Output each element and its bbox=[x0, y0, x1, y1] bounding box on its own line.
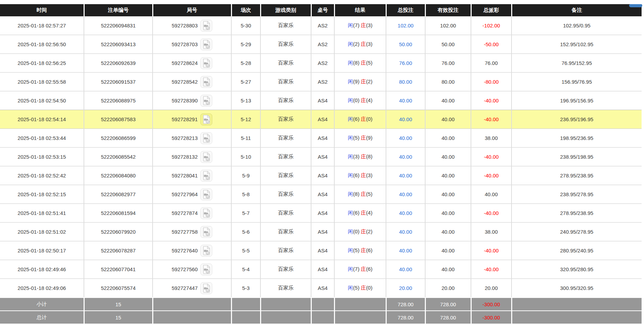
player-result-score: (6) bbox=[353, 172, 359, 178]
cell-round-no: 592727447 bbox=[153, 279, 231, 298]
cell-total-bet[interactable]: 40.00 bbox=[386, 185, 425, 204]
cell-session: 5-10 bbox=[231, 148, 260, 166]
cell-total-bet[interactable]: 40.00 bbox=[386, 223, 425, 241]
player-result-score: (2) bbox=[353, 41, 359, 47]
cell-round-no: 592727874 bbox=[153, 204, 231, 223]
total-row: 总计 15 728.00 728.00 -300.00 bbox=[0, 311, 642, 324]
cell-session: 5-4 bbox=[231, 260, 260, 279]
cell-total-bet[interactable]: 40.00 bbox=[386, 110, 425, 129]
cell-time: 2025-01-18 02:57:27 bbox=[0, 16, 84, 35]
cell-total-bet[interactable]: 40.00 bbox=[386, 148, 425, 166]
video-replay-icon bbox=[202, 265, 211, 274]
subtotal-label: 小计 bbox=[0, 298, 84, 311]
player-result-label: 闲 bbox=[348, 60, 353, 66]
video-replay-button[interactable] bbox=[200, 282, 212, 294]
cell-table-no: AS2 bbox=[311, 16, 334, 35]
cell-payout: -102.00 bbox=[471, 16, 512, 35]
cell-time: 2025-01-18 02:56:25 bbox=[0, 54, 84, 73]
cell-total-bet[interactable]: 40.00 bbox=[386, 204, 425, 223]
cell-time: 2025-01-18 02:49:06 bbox=[0, 279, 84, 298]
banker-result-label: 庄 bbox=[361, 60, 366, 66]
video-replay-button[interactable] bbox=[200, 76, 212, 88]
cell-total-bet[interactable]: 20.00 bbox=[386, 279, 425, 298]
video-replay-button[interactable] bbox=[200, 245, 212, 257]
cell-time: 2025-01-18 02:53:44 bbox=[0, 129, 84, 148]
player-result-score: (3) bbox=[353, 153, 359, 159]
cell-result: 闲(7) 庄(3) bbox=[334, 16, 386, 35]
cell-payout: 76.00 bbox=[471, 54, 512, 73]
cell-game-type: 百家乐 bbox=[260, 185, 311, 204]
cell-result: 闲(3) 庄(8) bbox=[334, 148, 386, 166]
video-replay-button[interactable] bbox=[200, 20, 212, 32]
player-result-score: (0) bbox=[353, 228, 359, 234]
table-row: 2025-01-18 02:56:25522206092639592728624… bbox=[0, 54, 642, 73]
video-replay-icon bbox=[202, 40, 211, 49]
video-replay-button[interactable] bbox=[200, 170, 212, 182]
cell-bet-no: 522206086599 bbox=[84, 129, 153, 148]
banker-result-score: (6) bbox=[366, 247, 372, 253]
player-result-label: 闲 bbox=[348, 172, 353, 178]
banker-result-score: (5) bbox=[366, 60, 372, 66]
video-replay-button[interactable] bbox=[200, 189, 212, 200]
video-replay-icon bbox=[202, 77, 211, 86]
video-replay-button[interactable] bbox=[200, 39, 212, 50]
video-replay-button[interactable] bbox=[200, 132, 212, 144]
video-replay-button[interactable] bbox=[200, 207, 212, 219]
cell-result: 闲(8) 庄(5) bbox=[334, 185, 386, 204]
cell-round-no: 592728291 bbox=[153, 110, 231, 129]
cell-payout: -40.00 bbox=[471, 110, 512, 129]
table-row: 2025-01-18 02:52:15522206082977592727964… bbox=[0, 185, 642, 204]
cell-session: 5-9 bbox=[231, 166, 260, 185]
cell-game-type: 百家乐 bbox=[260, 54, 311, 73]
banker-result-label: 庄 bbox=[361, 153, 366, 159]
video-replay-button[interactable] bbox=[200, 264, 212, 275]
cell-total-bet[interactable]: 40.00 bbox=[386, 166, 425, 185]
round-number: 592728213 bbox=[172, 135, 198, 141]
top-right-button-clipped[interactable] bbox=[629, 4, 642, 7]
cell-total-bet[interactable]: 50.00 bbox=[386, 35, 425, 54]
round-number: 592728803 bbox=[172, 23, 198, 28]
banker-result-label: 庄 bbox=[361, 41, 366, 47]
cell-remark: 278.95/238.95 bbox=[512, 204, 642, 223]
banker-result-score: (3) bbox=[366, 172, 372, 178]
cell-table-no: AS2 bbox=[311, 35, 334, 54]
cell-total-bet[interactable]: 102.00 bbox=[386, 16, 425, 35]
cell-total-bet[interactable]: 80.00 bbox=[386, 73, 425, 91]
video-replay-button[interactable] bbox=[200, 57, 212, 69]
cell-total-bet[interactable]: 40.00 bbox=[386, 260, 425, 279]
cell-bet-no: 522206087583 bbox=[84, 110, 153, 129]
cell-session: 5-29 bbox=[231, 35, 260, 54]
cell-total-bet[interactable]: 40.00 bbox=[386, 241, 425, 260]
player-result-label: 闲 bbox=[348, 78, 353, 84]
subtotal-total-bet: 728.00 bbox=[386, 298, 425, 311]
cell-round-no: 592727560 bbox=[153, 260, 231, 279]
subtotal-valid-bet: 728.00 bbox=[425, 298, 471, 311]
banker-result-score: (3) bbox=[366, 22, 372, 28]
video-replay-button[interactable] bbox=[200, 151, 212, 163]
video-replay-button[interactable] bbox=[200, 226, 212, 238]
video-replay-icon bbox=[202, 152, 211, 161]
col-header-total-bet: 总投注 bbox=[386, 4, 425, 16]
cell-session: 5-8 bbox=[231, 185, 260, 204]
cell-total-bet[interactable]: 40.00 bbox=[386, 91, 425, 110]
cell-valid-bet: 102.00 bbox=[425, 16, 471, 35]
cell-result: 闲(9) 庄(2) bbox=[334, 73, 386, 91]
round-number: 592728703 bbox=[172, 41, 198, 47]
video-replay-button[interactable] bbox=[200, 114, 212, 125]
cell-table-no: AS4 bbox=[311, 129, 334, 148]
cell-bet-no: 522206075574 bbox=[84, 279, 153, 298]
cell-game-type: 百家乐 bbox=[260, 16, 311, 35]
cell-bet-no: 522206093413 bbox=[84, 35, 153, 54]
video-replay-icon bbox=[202, 284, 211, 293]
cell-result: 闲(0) 庄(4) bbox=[334, 91, 386, 110]
video-replay-button[interactable] bbox=[200, 95, 212, 107]
cell-table-no: AS4 bbox=[311, 260, 334, 279]
cell-game-type: 百家乐 bbox=[260, 129, 311, 148]
cell-valid-bet: 40.00 bbox=[425, 204, 471, 223]
cell-session: 5-27 bbox=[231, 73, 260, 91]
cell-total-bet[interactable]: 40.00 bbox=[386, 129, 425, 148]
cell-total-bet[interactable]: 76.00 bbox=[386, 54, 425, 73]
table-row: 2025-01-18 02:49:06522206075574592727447… bbox=[0, 279, 642, 298]
banker-result-score: (8) bbox=[366, 153, 372, 159]
video-replay-icon bbox=[202, 209, 211, 218]
